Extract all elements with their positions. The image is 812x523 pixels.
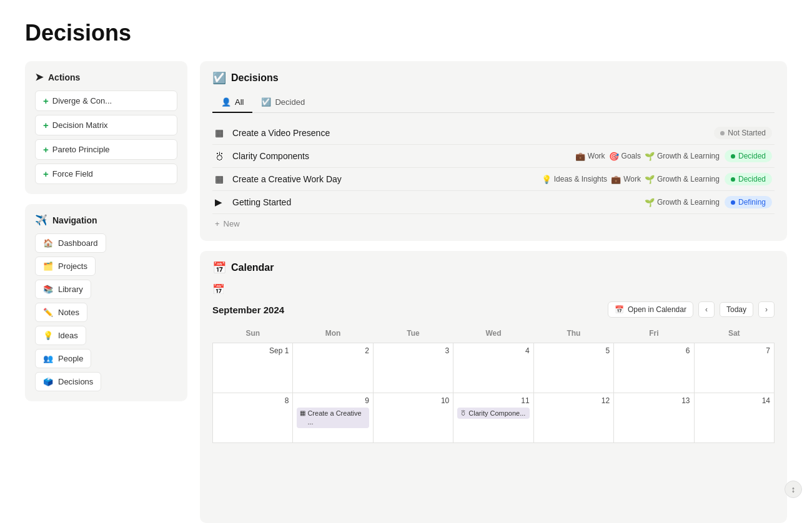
actions-icon: ➤ <box>35 71 43 83</box>
calendar-week-1: Sep 1 2 3 4 5 6 7 <box>213 343 775 393</box>
day-header-tue: Tue <box>373 326 453 343</box>
event-icon: ▦ <box>300 409 305 417</box>
calendar-day[interactable]: Sep 1 <box>213 343 293 393</box>
sidebar-item-decisions[interactable]: 🗳️ Decisions <box>35 372 101 391</box>
page-title: Decisions <box>25 20 787 46</box>
calendar-controls: 📅 Open in Calendar ‹ Today › <box>608 301 775 318</box>
tag-ideas: 💡Ideas & Insights <box>542 175 607 184</box>
actions-buttons: + Diverge & Con... + Decision Matrix + P… <box>35 90 177 184</box>
calendar-day[interactable]: 7 <box>694 343 774 393</box>
day-number: 13 <box>618 396 690 405</box>
actions-header: ➤ Actions <box>35 71 177 83</box>
calendar-panel-icon: 📅 <box>212 261 226 275</box>
tag-work: 💼Work <box>575 152 605 161</box>
row2-tags: 💼Work 🎯Goals 🌱Growth & Learning <box>575 152 720 161</box>
day-header-mon: Mon <box>293 326 373 343</box>
tag-growth-2: 🌱Growth & Learning <box>645 175 720 184</box>
pareto-button[interactable]: + Pareto Principle <box>35 139 177 160</box>
next-month-button[interactable]: › <box>758 301 775 318</box>
calendar-day[interactable]: 10 <box>373 393 453 443</box>
sidebar-item-ideas[interactable]: 💡 Ideas <box>35 326 86 345</box>
scroll-indicator[interactable]: ↕ <box>785 481 802 498</box>
row1-icon: ▦ <box>215 127 227 139</box>
calendar-day[interactable]: 2 <box>293 343 373 393</box>
event-icon-2: ⛣ <box>460 409 467 417</box>
prev-month-button[interactable]: ‹ <box>698 301 715 318</box>
calendar-day[interactable]: 11 ⛣ Clarity Compone... <box>453 393 533 443</box>
plus-icon-2: + <box>43 120 49 130</box>
dashboard-icon: 🏠 <box>43 238 53 248</box>
main-content: ☑️ Decisions 👤 All ☑️ Decided ▦ <box>200 61 787 523</box>
plus-icon: + <box>43 95 49 106</box>
tab-all[interactable]: 👤 All <box>212 94 252 113</box>
actions-section: ➤ Actions + Diverge & Con... + Decision … <box>25 61 187 194</box>
open-calendar-icon: 📅 <box>615 305 624 314</box>
calendar-day[interactable]: 6 <box>614 343 694 393</box>
calendar-month: September 2024 <box>212 305 284 315</box>
navigation-header: ✈️ Navigation <box>35 214 177 226</box>
calendar-day[interactable]: 8 <box>213 393 293 443</box>
table-row[interactable]: ▦ Create a Video Presence Not Started <box>212 122 775 145</box>
day-number: 6 <box>618 346 690 355</box>
calendar-day[interactable]: 5 <box>533 343 613 393</box>
tab-all-icon: 👤 <box>221 97 231 107</box>
force-field-label: Force Field <box>52 169 93 178</box>
calendar-event[interactable]: ⛣ Clarity Compone... <box>457 408 529 419</box>
page-container: Decisions ➤ Actions + Diverge & Con... +… <box>0 0 812 523</box>
calendar-event[interactable]: ▦ Create a Creative ... <box>297 408 369 428</box>
calendar-day[interactable]: 14 <box>694 393 774 443</box>
notes-icon: ✏️ <box>43 308 53 317</box>
status-badge: Not Started <box>714 127 772 139</box>
new-row[interactable]: + New <box>212 214 775 231</box>
calendar-mini-icon: 📅 <box>212 283 775 295</box>
today-button[interactable]: Today <box>720 302 753 317</box>
day-header-fri: Fri <box>614 326 694 343</box>
diverge-button[interactable]: + Diverge & Con... <box>35 90 177 111</box>
day-number: 5 <box>538 346 610 355</box>
pareto-label: Pareto Principle <box>52 145 110 154</box>
table-row[interactable]: ▶ Getting Started 🌱Growth & Learning Def… <box>212 191 775 214</box>
tab-decided[interactable]: ☑️ Decided <box>252 94 314 113</box>
table-row[interactable]: ⛣ Clarity Components 💼Work 🎯Goals 🌱Growt… <box>212 145 775 168</box>
calendar-grid: Sun Mon Tue Wed Thu Fri Sat Sep 1 <box>212 326 775 443</box>
navigation-section: ✈️ Navigation 🏠 Dashboard 🗂️ Projects 📚 … <box>25 204 187 401</box>
status-dot <box>720 131 725 135</box>
status-dot <box>731 154 735 159</box>
day-number: 7 <box>698 346 770 355</box>
day-number: 10 <box>377 396 449 405</box>
calendar-day[interactable]: 3 <box>373 343 453 393</box>
status-dot <box>731 177 735 182</box>
calendar-day[interactable]: 12 <box>533 393 613 443</box>
open-calendar-button[interactable]: 📅 Open in Calendar <box>608 301 693 318</box>
sidebar-item-projects[interactable]: 🗂️ Projects <box>35 257 96 276</box>
force-field-button[interactable]: + Force Field <box>35 164 177 184</box>
row2-icon: ⛣ <box>215 151 227 162</box>
day-number: 2 <box>297 346 369 355</box>
table-row[interactable]: ▦ Create a Creative Work Day 💡Ideas & In… <box>212 168 775 191</box>
calendar-day[interactable]: 9 ▦ Create a Creative ... <box>293 393 373 443</box>
day-header-sun: Sun <box>213 326 293 343</box>
decisions-icon: 🗳️ <box>43 377 53 386</box>
decision-matrix-button[interactable]: + Decision Matrix <box>35 115 177 135</box>
day-header-sat: Sat <box>694 326 774 343</box>
decisions-panel: ☑️ Decisions 👤 All ☑️ Decided ▦ <box>200 61 787 241</box>
day-number: 11 <box>457 396 529 405</box>
calendar-day[interactable]: 13 <box>614 393 694 443</box>
row4-tags: 🌱Growth & Learning <box>645 198 720 207</box>
calendar-day[interactable]: 4 <box>453 343 533 393</box>
sidebar-item-dashboard[interactable]: 🏠 Dashboard <box>35 233 106 253</box>
day-number: 12 <box>538 396 610 405</box>
plus-icon-3: + <box>43 144 49 155</box>
day-number: 8 <box>217 396 289 405</box>
decisions-panel-header: ☑️ Decisions <box>212 71 775 85</box>
decisions-tabs: 👤 All ☑️ Decided <box>212 94 775 113</box>
tag-work-2: 💼Work <box>611 175 641 184</box>
sidebar-item-library[interactable]: 📚 Library <box>35 280 91 299</box>
sidebar-item-people[interactable]: 👥 People <box>35 349 91 368</box>
sidebar-item-notes[interactable]: ✏️ Notes <box>35 303 87 322</box>
tag-growth: 🌱Growth & Learning <box>645 152 720 161</box>
nav-buttons: 🏠 Dashboard 🗂️ Projects 📚 Library ✏️ Not… <box>35 233 177 391</box>
people-icon: 👥 <box>43 354 53 363</box>
library-icon: 📚 <box>43 285 53 294</box>
sidebar: ➤ Actions + Diverge & Con... + Decision … <box>25 61 187 523</box>
